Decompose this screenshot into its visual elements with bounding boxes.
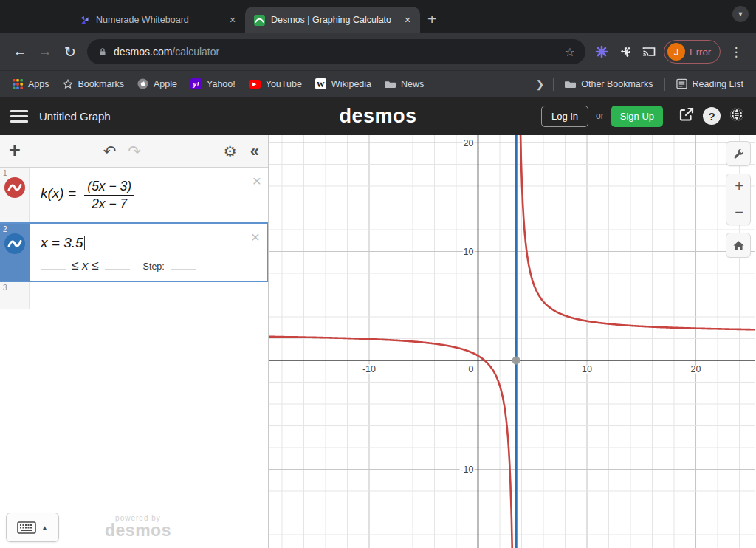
tab-search-caret-icon[interactable]: ▼: [732, 6, 749, 22]
desmos-logo[interactable]: desmos: [339, 105, 416, 128]
slider-max-input[interactable]: [105, 258, 130, 270]
edit-list-gear-icon[interactable]: ⚙: [224, 143, 237, 160]
redo-icon: ↷: [128, 143, 141, 160]
delete-expression-icon[interactable]: ×: [252, 172, 261, 190]
desmos-header: Untitled Graph desmos Log In or Sign Up …: [0, 97, 756, 135]
youtube-icon: ▶: [249, 80, 261, 89]
main-menu-icon[interactable]: [10, 109, 28, 124]
reading-list-icon: [676, 78, 687, 89]
bookmark-label: Yahoo!: [207, 79, 236, 89]
back-icon[interactable]: ←: [7, 39, 32, 64]
expression-number: 3: [3, 284, 7, 292]
expression-input[interactable]: k(x) = (5x − 3)2x − 7 ×: [30, 168, 268, 222]
folder-icon: [385, 79, 396, 89]
bookmark-label: Bookmarks: [78, 79, 125, 89]
tab-numerade[interactable]: Numerade Whiteboard ×: [70, 7, 245, 33]
expression-input[interactable]: x = 3.5 ≤ x ≤ Step: ×: [30, 224, 267, 281]
bookmark-yahoo[interactable]: y! Yahoo!: [184, 75, 242, 92]
graph-canvas[interactable]: -1001020-101020 + −: [269, 135, 756, 548]
collapse-panel-icon[interactable]: «: [250, 142, 259, 161]
folder-icon: [565, 79, 576, 89]
graph-svg[interactable]: -1001020-101020: [269, 135, 755, 548]
zoom-out-button[interactable]: −: [726, 199, 751, 225]
svg-text:10: 10: [464, 247, 474, 257]
browser-toolbar: ← → ↻ desmos.com /calculator ☆ J Error ⋮: [0, 33, 756, 70]
slider-min-input[interactable]: [41, 258, 66, 270]
keyboard-icon: [17, 521, 36, 534]
share-icon[interactable]: [678, 106, 695, 126]
fraction-numerator: (5x − 3): [84, 179, 134, 196]
cast-icon[interactable]: [637, 40, 661, 64]
graph-settings-wrench-button[interactable]: [726, 141, 751, 166]
svg-text:0: 0: [469, 364, 474, 374]
bookmark-youtube[interactable]: ▶ YouTube: [242, 76, 309, 92]
reload-icon[interactable]: ↻: [58, 39, 83, 64]
slider-step-input[interactable]: [171, 258, 196, 270]
url-domain: desmos.com: [114, 46, 172, 58]
expressions-toolbar: + ↶ ↷ ⚙ «: [0, 135, 268, 168]
add-expression-icon[interactable]: +: [9, 140, 21, 162]
yahoo-icon: y!: [190, 78, 202, 89]
apple-icon: [137, 78, 148, 89]
undo-icon[interactable]: ↶: [103, 143, 117, 160]
url-path: /calculator: [172, 46, 219, 58]
fraction: (5x − 3)2x − 7: [84, 179, 134, 212]
profile-status: Error: [690, 47, 711, 58]
graph-title[interactable]: Untitled Graph: [39, 110, 111, 123]
watermark-brand: desmos: [105, 522, 171, 539]
expression-row-1[interactable]: 1 k(x) = (5x − 3)2x − 7 ×: [0, 168, 268, 222]
browser-menu-icon[interactable]: ⋮: [724, 39, 749, 64]
expression-color-icon[interactable]: [4, 177, 25, 198]
keyboard-expand-icon: ▲: [41, 524, 49, 532]
expression-gutter: 2: [0, 224, 30, 281]
svg-text:20: 20: [691, 364, 701, 374]
text-cursor: [84, 236, 86, 250]
bookmark-bookmarks[interactable]: Bookmarks: [56, 76, 131, 92]
avatar: J: [667, 43, 685, 61]
bookmark-wikipedia[interactable]: W Wikipedia: [309, 75, 378, 92]
expression-input[interactable]: [30, 282, 268, 309]
expression-lhs: k(x) =: [41, 185, 80, 201]
extension-flower-icon[interactable]: [590, 40, 614, 64]
sign-up-button[interactable]: Sign Up: [611, 106, 663, 127]
divider: [664, 78, 665, 91]
bookmark-label: News: [401, 79, 424, 89]
bookmark-star-icon[interactable]: ☆: [565, 45, 575, 59]
extensions-puzzle-icon[interactable]: [614, 40, 637, 64]
svg-text:-10: -10: [460, 465, 473, 475]
tab-desmos[interactable]: Desmos | Graphing Calculato ×: [245, 7, 420, 33]
new-tab-button[interactable]: +: [427, 10, 436, 28]
expression-number: 1: [3, 169, 7, 177]
zoom-in-button[interactable]: +: [726, 174, 751, 199]
bookmark-label: Wikipedia: [331, 79, 371, 89]
bookmark-apple[interactable]: Apple: [131, 75, 184, 92]
tab-close-icon[interactable]: ×: [401, 13, 414, 27]
reading-list[interactable]: Reading List: [670, 75, 751, 92]
other-bookmarks[interactable]: Other Bookmarks: [558, 76, 659, 92]
address-bar[interactable]: desmos.com /calculator ☆: [87, 39, 585, 64]
zoom-button-group: + −: [726, 174, 751, 225]
show-keyboard-button[interactable]: ▲: [6, 513, 59, 542]
svg-text:10: 10: [582, 364, 592, 374]
watermark-pre: powered by: [105, 514, 171, 522]
browser-tab-strip: Numerade Whiteboard × Desmos | Graphing …: [0, 0, 756, 33]
graph-tools: + −: [726, 141, 751, 258]
lock-icon: [97, 47, 108, 57]
default-zoom-home-button[interactable]: [726, 233, 751, 258]
svg-text:-10: -10: [362, 364, 376, 374]
expression-color-icon[interactable]: [4, 233, 25, 254]
bookmark-news[interactable]: News: [378, 76, 430, 92]
tab-close-icon[interactable]: ×: [226, 13, 239, 27]
language-globe-icon[interactable]: [728, 106, 746, 126]
delete-expression-icon[interactable]: ×: [251, 228, 260, 246]
bookmarks-bar: Apps Bookmarks Apple y! Yahoo! ▶ YouTube…: [0, 70, 756, 97]
profile-button[interactable]: J Error: [664, 40, 721, 64]
expression-gutter: 3: [0, 282, 30, 309]
log-in-button[interactable]: Log In: [541, 106, 588, 127]
help-icon[interactable]: ?: [703, 107, 721, 125]
main-area: + ↶ ↷ ⚙ « 1 k(x) = (5x − 3)2x − 7 × 2: [0, 135, 756, 548]
expression-row-2[interactable]: 2 x = 3.5 ≤ x ≤ Step: ×: [0, 222, 268, 282]
bookmark-apps[interactable]: Apps: [6, 76, 56, 92]
bookmarks-overflow-chevron-icon[interactable]: ❯: [532, 78, 549, 90]
expression-row-3[interactable]: 3: [0, 282, 268, 309]
